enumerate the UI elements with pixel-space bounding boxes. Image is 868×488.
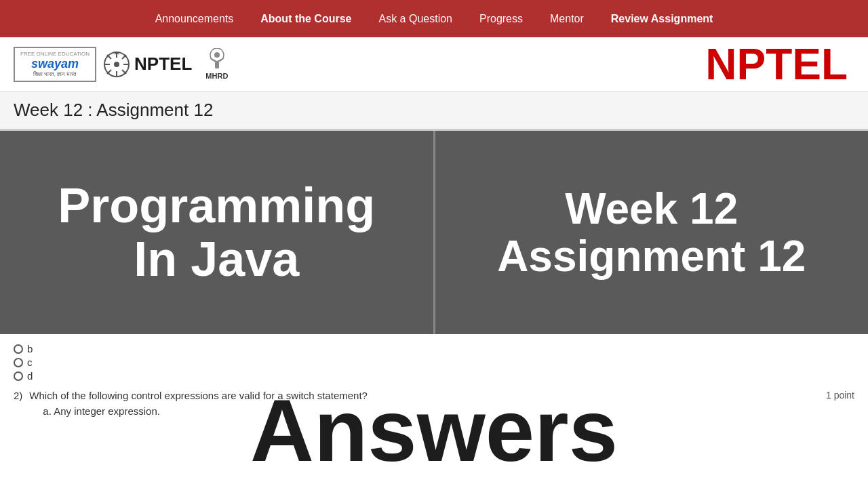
radio-b[interactable]	[14, 344, 23, 354]
svg-point-13	[214, 52, 220, 58]
right-panel: Week 12 Assignment 12	[435, 131, 869, 334]
nptel-logo-container: NPTEL	[103, 51, 192, 78]
option-d-label: d	[27, 370, 33, 382]
nptel-brand: NPTEL	[705, 39, 848, 89]
q2-number: 2)	[14, 390, 22, 417]
question-area: b c d 2) Which of the following control …	[0, 334, 868, 424]
left-panel: Programming In Java	[0, 131, 435, 334]
swayam-logo: FREE ONLINE EDUCATION swayam शिक्षा भारत…	[14, 47, 96, 82]
option-d-row: d	[14, 370, 854, 382]
right-panel-text: Week 12 Assignment 12	[497, 185, 806, 281]
nav-review-assignment[interactable]: Review Assignment	[611, 13, 713, 25]
q2-option-a: a. Any integer expression.	[29, 405, 819, 417]
radio-c[interactable]	[14, 358, 23, 367]
nptel-wheel-icon	[103, 51, 130, 78]
logos-left: FREE ONLINE EDUCATION swayam शिक्षा भारत…	[14, 47, 228, 82]
option-c-row: c	[14, 357, 854, 368]
nav-ask-question[interactable]: Ask a Question	[378, 13, 452, 25]
swayam-tagline: शिक्षा भारत, ज्ञान भारत	[33, 71, 77, 78]
nav-bar: Announcements About the Course Ask a Que…	[0, 0, 868, 37]
nav-about-course[interactable]: About the Course	[260, 13, 351, 25]
left-panel-text: Programming In Java	[58, 179, 375, 286]
q2-text-container: Which of the following control expressio…	[29, 390, 819, 417]
nav-mentor[interactable]: Mentor	[550, 13, 584, 25]
swayam-edu-text: FREE ONLINE EDUCATION	[20, 51, 90, 57]
assignment-title: Week 12 : Assignment 12	[0, 92, 868, 129]
question-2: 2) Which of the following control expres…	[14, 390, 854, 417]
svg-rect-14	[215, 62, 219, 68]
option-b-row: b	[14, 343, 854, 354]
option-c-label: c	[27, 357, 33, 368]
radio-d[interactable]	[14, 371, 23, 381]
main-content: Programming In Java Week 12 Assignment 1…	[0, 131, 868, 334]
svg-point-1	[114, 62, 119, 67]
swayam-text: swayam	[31, 57, 79, 71]
mhrd-emblem-icon	[207, 48, 227, 72]
nav-announcements[interactable]: Announcements	[155, 13, 234, 25]
page-wrapper: Announcements About the Course Ask a Que…	[0, 0, 868, 488]
nptel-text: NPTEL	[134, 54, 192, 75]
nav-progress[interactable]: Progress	[479, 13, 523, 25]
option-b-label: b	[27, 343, 33, 354]
q2-point: 1 point	[826, 390, 854, 417]
q2-text: Which of the following control expressio…	[29, 390, 368, 401]
mhrd-logo: MHRD	[205, 48, 228, 80]
mhrd-text: MHRD	[205, 72, 228, 80]
header: FREE ONLINE EDUCATION swayam शिक्षा भारत…	[0, 37, 868, 92]
